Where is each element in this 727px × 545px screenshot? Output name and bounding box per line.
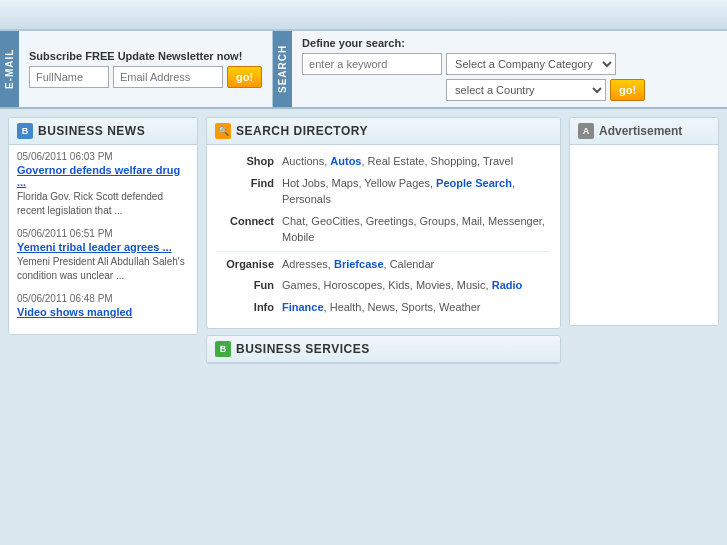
dir-link-finance[interactable]: Finance — [282, 301, 324, 313]
business-services-icon: B — [215, 341, 231, 357]
news-date-2: 05/06/2011 06:51 PM — [17, 228, 189, 239]
business-services-header: B BUSINESS SERVICES — [207, 336, 560, 363]
dir-cat-info: Info — [217, 299, 282, 316]
business-services-box: B BUSINESS SERVICES — [206, 335, 561, 364]
news-snippet-2: Yemeni President Ali Abdullah Saleh's co… — [17, 255, 189, 283]
dir-link-autos[interactable]: Autos — [330, 155, 361, 167]
news-body: 05/06/2011 06:03 PM Governor defends wel… — [9, 145, 197, 334]
main-content: B BUSINESS NEWS 05/06/2011 06:03 PM Gove… — [0, 109, 727, 372]
advertisement-box: A Advertisement — [569, 117, 719, 326]
ad-body — [570, 145, 718, 325]
business-news-header: B BUSINESS NEWS — [9, 118, 197, 145]
subscribe-go-button[interactable]: go! — [227, 66, 262, 88]
business-services-label: BUSINESS SERVICES — [236, 342, 370, 356]
dir-cat-organise: Organise — [217, 256, 282, 273]
dir-cat-connect: Connect — [217, 213, 282, 246]
dir-items-find: Hot Jobs, Maps, Yellow Pages, People Sea… — [282, 175, 550, 208]
subscribe-section: Subscribe FREE Update Newsletter now! go… — [19, 31, 273, 107]
subscribe-inputs: go! — [29, 66, 262, 88]
news-item-3: 05/06/2011 06:48 PM Video shows mangled — [17, 293, 189, 318]
dir-link-people[interactable]: People Search — [436, 177, 512, 189]
subscribe-search-bar: E-MAIL Subscribe FREE Update Newsletter … — [0, 30, 727, 109]
dir-items-fun: Games, Horoscopes, Kids, Movies, Music, … — [282, 277, 550, 294]
news-item-1: 05/06/2011 06:03 PM Governor defends wel… — [17, 151, 189, 218]
news-item-2: 05/06/2011 06:51 PM Yemeni tribal leader… — [17, 228, 189, 283]
dir-separator — [217, 251, 550, 252]
search-directory-icon: 🔍 — [215, 123, 231, 139]
dir-row-fun: Fun Games, Horoscopes, Kids, Movies, Mus… — [217, 277, 550, 294]
dir-row-info: Info Finance, Health, News, Sports, Weat… — [217, 299, 550, 316]
ad-icon: A — [578, 123, 594, 139]
news-title-2[interactable]: Yemeni tribal leader agrees ... — [17, 241, 189, 253]
business-news-label: BUSINESS NEWS — [38, 124, 145, 138]
dir-items-shop: Auctions, Autos, Real Estate, Shopping, … — [282, 153, 550, 170]
dir-cat-find: Find — [217, 175, 282, 208]
dir-link-radio[interactable]: Radio — [492, 279, 523, 291]
news-date-3: 05/06/2011 06:48 PM — [17, 293, 189, 304]
search-directory-box: 🔍 SEARCH DIRECTORY Shop Auctions, Autos,… — [206, 117, 561, 329]
search-label: SEARCH — [273, 31, 292, 107]
dir-row-organise: Organise Adresses, Briefcase, Calendar — [217, 256, 550, 273]
dir-items-organise: Adresses, Briefcase, Calendar — [282, 256, 550, 273]
top-bar — [0, 0, 727, 30]
right-column: A Advertisement — [569, 117, 719, 364]
dir-items-info: Finance, Health, News, Sports, Weather — [282, 299, 550, 316]
ad-label: Advertisement — [599, 124, 682, 138]
search-directory-label: SEARCH DIRECTORY — [236, 124, 368, 138]
search-directory-header: 🔍 SEARCH DIRECTORY — [207, 118, 560, 145]
news-title-1[interactable]: Governor defends welfare drug ... — [17, 164, 189, 188]
search-go-button[interactable]: go! — [610, 79, 645, 101]
business-news-box: B BUSINESS NEWS 05/06/2011 06:03 PM Gove… — [8, 117, 198, 335]
dir-row-connect: Connect Chat, GeoCities, Greetings, Grou… — [217, 213, 550, 246]
directory-body: Shop Auctions, Autos, Real Estate, Shopp… — [207, 145, 560, 328]
dir-cat-shop: Shop — [217, 153, 282, 170]
dir-items-connect: Chat, GeoCities, Greetings, Groups, Mail… — [282, 213, 550, 246]
category-select[interactable]: Select a Company Category Technology Fin… — [446, 53, 616, 75]
left-column: B BUSINESS NEWS 05/06/2011 06:03 PM Gove… — [8, 117, 198, 364]
search-row-category: Select a Company Category Technology Fin… — [302, 53, 717, 75]
search-section: Define your search: Select a Company Cat… — [292, 31, 727, 107]
news-title-3[interactable]: Video shows mangled — [17, 306, 189, 318]
ad-header: A Advertisement — [570, 118, 718, 145]
dir-row-find: Find Hot Jobs, Maps, Yellow Pages, Peopl… — [217, 175, 550, 208]
subscribe-title: Subscribe FREE Update Newsletter now! — [29, 50, 262, 62]
email-label: E-MAIL — [0, 31, 19, 107]
news-date-1: 05/06/2011 06:03 PM — [17, 151, 189, 162]
keyword-input[interactable] — [302, 53, 442, 75]
country-select[interactable]: select a Country United States United Ki… — [446, 79, 606, 101]
dir-cat-fun: Fun — [217, 277, 282, 294]
search-define-label: Define your search: — [302, 37, 717, 49]
middle-column: 🔍 SEARCH DIRECTORY Shop Auctions, Autos,… — [206, 117, 561, 364]
email-input[interactable] — [113, 66, 223, 88]
news-snippet-1: Florida Gov. Rick Scott defended recent … — [17, 190, 189, 218]
dir-link-briefcase[interactable]: Briefcase — [334, 258, 384, 270]
search-row-country: select a Country United States United Ki… — [302, 79, 717, 101]
fullname-input[interactable] — [29, 66, 109, 88]
business-news-icon: B — [17, 123, 33, 139]
dir-row-shop: Shop Auctions, Autos, Real Estate, Shopp… — [217, 153, 550, 170]
